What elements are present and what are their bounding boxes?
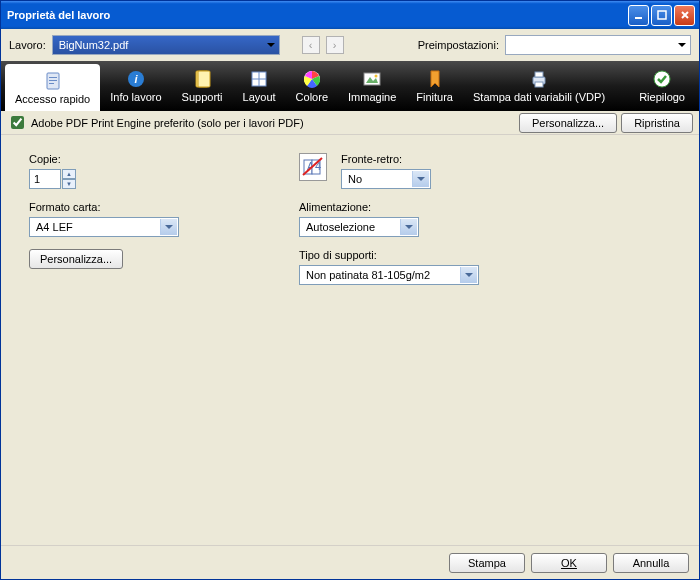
quick-access-panel: Copie: ▲ ▼ Formato carta: A4 LEF Persona… (1, 135, 699, 545)
ok-button[interactable]: OK (531, 553, 607, 573)
preset-combo[interactable] (505, 35, 691, 55)
tab-label: Colore (296, 91, 328, 103)
feed-value: Autoselezione (306, 221, 375, 233)
paper-customize-button[interactable]: Personalizza... (29, 249, 123, 269)
paper-label: Formato carta: (29, 201, 189, 213)
check-icon (652, 69, 672, 89)
next-job-button[interactable]: › (326, 36, 344, 54)
maximize-button[interactable] (651, 5, 672, 26)
duplex-select[interactable]: No (341, 169, 431, 189)
minimize-button[interactable] (628, 5, 649, 26)
right-column: A 4 Fronte-retro: No Alimentazione: Auto… (299, 153, 479, 285)
tab-label: Info lavoro (110, 91, 161, 103)
left-column: Copie: ▲ ▼ Formato carta: A4 LEF Persona… (29, 153, 189, 269)
tab-job-info[interactable]: i Info lavoro (100, 61, 171, 111)
job-combo-value: BigNum32.pdf (59, 39, 129, 51)
bookmark-icon (425, 69, 445, 89)
preset-label: Preimpostazioni: (418, 39, 499, 51)
tab-label: Riepilogo (639, 91, 685, 103)
tab-layout[interactable]: Layout (233, 61, 286, 111)
tab-label: Finitura (416, 91, 453, 103)
svg-rect-3 (49, 77, 57, 78)
media-type-select[interactable]: Non patinata 81-105g/m2 (299, 265, 479, 285)
layout-icon (249, 69, 269, 89)
cancel-button[interactable]: Annulla (613, 553, 689, 573)
tab-bar: Accesso rapido i Info lavoro Supporti La… (1, 61, 699, 111)
appe-label: Adobe PDF Print Engine preferito (solo p… (31, 117, 304, 129)
svg-rect-0 (635, 17, 642, 19)
job-combo[interactable]: BigNum32.pdf (52, 35, 280, 55)
copies-input[interactable] (29, 169, 61, 189)
svg-rect-5 (49, 83, 54, 84)
job-preset-row: Lavoro: BigNum32.pdf ‹ › Preimpostazioni… (1, 29, 699, 61)
svg-rect-9 (198, 71, 210, 87)
feed-label: Alimentazione: (299, 201, 479, 213)
appe-toolbar: Adobe PDF Print Engine preferito (solo p… (1, 111, 699, 135)
svg-rect-18 (535, 72, 543, 77)
copies-spinner[interactable]: ▲ ▼ (29, 169, 189, 189)
tab-label: Layout (243, 91, 276, 103)
duplex-off-icon: A 4 (299, 153, 327, 181)
appe-checkbox[interactable] (11, 116, 24, 129)
feed-select[interactable]: Autoselezione (299, 217, 419, 237)
tab-label: Stampa dati variabili (VDP) (473, 91, 605, 103)
tab-label: Accesso rapido (15, 93, 90, 105)
duplex-value: No (348, 173, 362, 185)
tab-label: Immagine (348, 91, 396, 103)
media-icon (192, 69, 212, 89)
titlebar: Proprietà del lavoro (1, 1, 699, 29)
tab-finishing[interactable]: Finitura (406, 61, 463, 111)
tab-image[interactable]: Immagine (338, 61, 406, 111)
svg-rect-14 (364, 73, 380, 85)
tab-color[interactable]: Colore (286, 61, 338, 111)
tab-vdp[interactable]: Stampa dati variabili (VDP) (463, 61, 615, 111)
svg-rect-4 (49, 80, 57, 81)
media-type-label: Tipo di supporti: (299, 249, 479, 261)
svg-point-16 (375, 75, 378, 78)
customize-button[interactable]: Personalizza... (519, 113, 617, 133)
prev-job-button[interactable]: ‹ (302, 36, 320, 54)
job-label: Lavoro: (9, 39, 46, 51)
printer-icon (529, 69, 549, 89)
duplex-label: Fronte-retro: (341, 153, 431, 165)
copies-down-icon[interactable]: ▼ (62, 179, 76, 189)
copies-label: Copie: (29, 153, 189, 165)
window-title: Proprietà del lavoro (7, 9, 626, 21)
tab-media[interactable]: Supporti (172, 61, 233, 111)
document-icon (43, 71, 63, 91)
footer: Stampa OK Annulla (1, 545, 699, 579)
print-button[interactable]: Stampa (449, 553, 525, 573)
svg-rect-19 (535, 82, 543, 87)
tab-summary[interactable]: Riepilogo (629, 61, 695, 111)
info-icon: i (126, 69, 146, 89)
image-icon (362, 69, 382, 89)
reset-button[interactable]: Ripristina (621, 113, 693, 133)
paper-select[interactable]: A4 LEF (29, 217, 179, 237)
close-button[interactable] (674, 5, 695, 26)
color-wheel-icon (302, 69, 322, 89)
media-type-value: Non patinata 81-105g/m2 (306, 269, 430, 281)
tab-quick-access[interactable]: Accesso rapido (5, 64, 100, 111)
tab-label: Supporti (182, 91, 223, 103)
svg-rect-1 (658, 11, 666, 19)
paper-value: A4 LEF (36, 221, 73, 233)
copies-up-icon[interactable]: ▲ (62, 169, 76, 179)
